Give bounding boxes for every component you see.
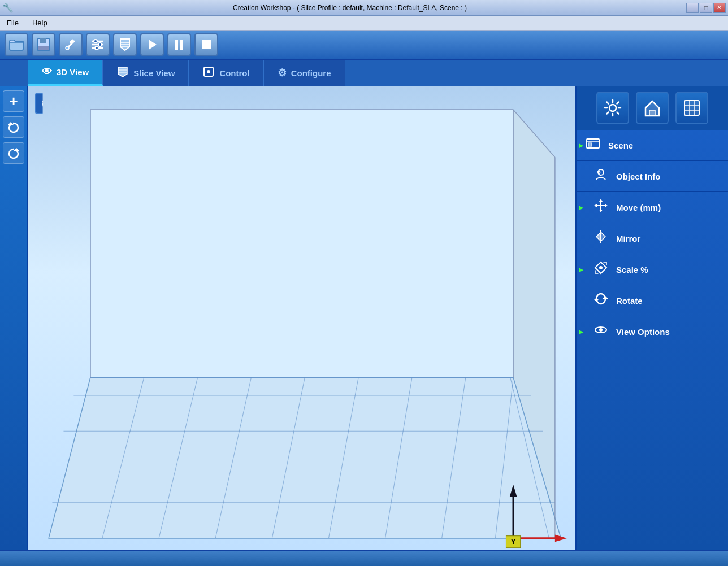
titlebar-title: Creation Workshop - ( Slice Profile : de… — [233, 4, 467, 12]
svg-marker-27 — [14, 148, 19, 151]
open-folder-button[interactable] — [5, 33, 28, 56]
move-arrow: ▶ — [579, 204, 583, 211]
view-options-arrow: ▶ — [579, 329, 583, 335]
settings-button[interactable] — [86, 33, 110, 56]
stop-button[interactable] — [194, 33, 218, 56]
close-button[interactable]: ✕ — [713, 3, 726, 13]
svg-marker-81 — [596, 232, 601, 241]
titlebar: 🔧 Creation Workshop - ( Slice Profile : … — [0, 0, 728, 16]
object-info-label: Object Info — [616, 172, 660, 181]
panel-scene[interactable]: ▶ Scene — [577, 130, 728, 161]
minimize-button[interactable]: ─ — [686, 3, 699, 13]
svg-point-5 — [66, 46, 69, 50]
configure-icon: ⚙ — [278, 67, 287, 79]
panel-move[interactable]: ▶ Move (mm) — [577, 192, 728, 223]
svg-marker-76 — [599, 199, 603, 202]
titlebar-icon: 🔧 — [2, 2, 14, 13]
toolbar — [0, 31, 728, 60]
rotate-panel-icon — [591, 291, 610, 310]
svg-rect-19 — [180, 40, 183, 50]
svg-point-12 — [95, 46, 98, 50]
move-panel-icon — [591, 198, 610, 217]
svg-point-63 — [609, 105, 616, 111]
3d-viewport-svg: Y — [28, 86, 575, 550]
titlebar-controls: ─ □ ✕ — [686, 3, 726, 13]
svg-point-10 — [94, 40, 97, 43]
sliceview-icon — [116, 66, 129, 81]
undo-button[interactable] — [3, 116, 24, 138]
svg-point-11 — [98, 43, 102, 46]
svg-marker-34 — [49, 377, 561, 538]
pause-button[interactable] — [167, 33, 191, 56]
menu-help[interactable]: Help — [30, 18, 50, 28]
tab-configure[interactable]: ⚙ Configure — [264, 60, 345, 86]
svg-marker-79 — [605, 204, 608, 207]
scene-panel-icon — [583, 136, 603, 155]
object-info-panel-icon — [591, 167, 610, 186]
svg-rect-3 — [38, 46, 49, 50]
scale-arrow: ▶ — [579, 267, 583, 273]
svg-marker-85 — [593, 299, 599, 302]
svg-rect-64 — [649, 110, 655, 116]
viewport[interactable]: Y — [28, 86, 575, 550]
slice-button[interactable] — [113, 33, 137, 56]
control-icon — [202, 66, 215, 81]
scene-label: Scene — [608, 141, 633, 150]
left-sidebar: + — [0, 86, 28, 550]
svg-marker-31 — [90, 110, 513, 377]
panel-view-options[interactable]: ▶ View Options — [577, 316, 728, 347]
svg-point-25 — [207, 70, 210, 73]
svg-rect-6 — [69, 39, 74, 44]
svg-text:Y: Y — [511, 537, 516, 546]
grid-panel-button[interactable] — [675, 92, 708, 124]
svg-marker-77 — [599, 210, 603, 212]
3dview-icon: 👁 — [42, 66, 52, 78]
right-sidebar: ▶ Scene Object Info ▶ — [575, 86, 728, 550]
menu-file[interactable]: File — [5, 18, 21, 28]
svg-marker-78 — [594, 204, 597, 207]
move-label: Move (mm) — [616, 203, 661, 212]
home-panel-button[interactable] — [636, 92, 669, 124]
svg-marker-17 — [149, 40, 157, 50]
svg-point-83 — [599, 266, 603, 269]
rotate-label: Rotate — [616, 296, 643, 306]
svg-point-87 — [599, 328, 603, 332]
tab-sliceview[interactable]: Slice View — [103, 60, 189, 86]
right-top-icons — [577, 86, 728, 130]
play-button[interactable] — [140, 33, 164, 56]
svg-rect-18 — [175, 40, 178, 50]
svg-rect-65 — [684, 101, 699, 115]
panel-mirror[interactable]: Mirror — [577, 223, 728, 254]
maximize-button[interactable]: □ — [700, 3, 712, 13]
scene-arrow: ▶ — [579, 142, 583, 149]
scale-label: Scale % — [616, 265, 648, 275]
svg-rect-72 — [588, 143, 592, 146]
add-object-button[interactable]: + — [3, 90, 24, 112]
tab-3dview[interactable]: 👁 3D View — [28, 60, 103, 86]
view-options-panel-icon — [591, 322, 610, 341]
svg-rect-20 — [202, 40, 211, 49]
svg-rect-2 — [40, 38, 46, 43]
redo-button[interactable] — [3, 142, 24, 164]
panel-scale[interactable]: ▶ Scale % — [577, 254, 728, 285]
view-options-label: View Options — [616, 327, 670, 337]
panel-rotate[interactable]: Rotate — [577, 285, 728, 316]
statusbar — [0, 550, 728, 566]
panel-object-info[interactable]: Object Info — [577, 161, 728, 192]
svg-marker-82 — [601, 232, 605, 241]
tab-control[interactable]: Control — [189, 60, 263, 86]
mirror-panel-icon — [591, 229, 610, 248]
menubar: File Help — [0, 16, 728, 31]
save-button[interactable] — [32, 33, 55, 56]
svg-marker-26 — [8, 122, 14, 125]
scale-panel-icon — [591, 260, 610, 279]
gear-panel-button[interactable] — [596, 92, 629, 124]
eyedropper-button[interactable] — [59, 33, 83, 56]
tabs: 👁 3D View Slice View Control ⚙ Configure — [0, 60, 728, 86]
main-area: + — [0, 86, 728, 550]
svg-point-73 — [598, 169, 604, 175]
mirror-label: Mirror — [616, 234, 640, 243]
